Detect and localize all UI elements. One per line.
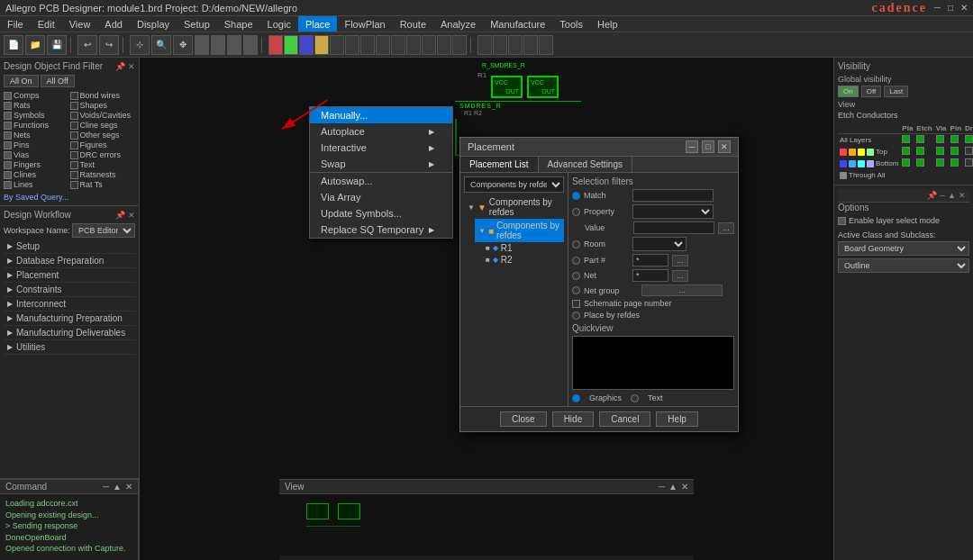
sf-room-radio[interactable] xyxy=(572,240,580,248)
tb-zoom[interactable]: 🔍 xyxy=(151,35,171,55)
sf-part-btn[interactable]: … xyxy=(672,255,688,266)
active-class-select[interactable]: Board Geometry xyxy=(838,241,969,256)
tb-c3[interactable] xyxy=(299,35,314,55)
sf-schematic-cb[interactable] xyxy=(572,300,580,308)
menu-analyze[interactable]: Analyze xyxy=(433,16,483,32)
filter-clinesegs[interactable]: Cline segs xyxy=(70,121,136,130)
menu-file[interactable]: File xyxy=(0,16,31,32)
active-subclass-select[interactable]: Outline xyxy=(838,258,969,273)
workflow-mfg-prep[interactable]: ▶Manufacturing Preparation xyxy=(4,312,135,326)
tb-c2[interactable] xyxy=(284,35,298,55)
menu-route[interactable]: Route xyxy=(393,16,433,32)
filter-shapes[interactable]: Shapes xyxy=(70,101,136,110)
options-expand[interactable]: ▲ xyxy=(948,191,956,200)
tb-undo[interactable]: ↩ xyxy=(77,35,97,55)
close-btn[interactable]: ✕ xyxy=(960,3,968,13)
dialog-minimize[interactable]: ─ xyxy=(686,140,698,153)
top-via-cb[interactable] xyxy=(936,147,944,155)
close-button[interactable]: Close xyxy=(500,411,547,427)
filter-text[interactable]: Text xyxy=(70,160,136,169)
filter-fingers[interactable]: Fingers xyxy=(4,160,69,169)
filter-drcerrors[interactable]: DRC errors xyxy=(70,150,136,159)
tb-c13[interactable] xyxy=(452,35,467,55)
dd-replace-sq[interactable]: Replace SQ Temporary ▶ xyxy=(310,221,452,238)
bot-via-cb[interactable] xyxy=(936,158,944,167)
sf-match-input[interactable] xyxy=(632,189,714,202)
cmd-minimize[interactable]: ─ xyxy=(103,482,109,492)
tb-c8[interactable] xyxy=(376,35,390,55)
tb-b3[interactable] xyxy=(227,35,241,55)
tb-d3[interactable] xyxy=(508,35,523,55)
hide-button[interactable]: Hide xyxy=(552,411,595,427)
maximize-btn[interactable]: □ xyxy=(948,3,953,13)
sf-value-btn[interactable]: … xyxy=(718,222,734,234)
menu-help[interactable]: Help xyxy=(590,16,625,32)
tb-open[interactable]: 📁 xyxy=(25,35,45,55)
workflow-setup[interactable]: ▶Setup xyxy=(4,239,135,254)
bot-pla-cb[interactable] xyxy=(902,158,910,167)
tab-advanced-settings[interactable]: Advanced Settings xyxy=(539,157,632,172)
canvas-area[interactable]: R_SMDRES_R R1 VCC OUT VCC OUT SMDRES_R R… xyxy=(140,58,833,560)
menu-view[interactable]: View xyxy=(62,16,98,32)
filter-ratts[interactable]: Rat Ts xyxy=(70,180,136,189)
tb-c10[interactable] xyxy=(406,35,421,55)
filter-bondwires[interactable]: Bond wires xyxy=(70,91,136,100)
cancel-button[interactable]: Cancel xyxy=(599,411,650,427)
options-minimize[interactable]: ─ xyxy=(940,191,945,200)
tb-c1[interactable] xyxy=(268,35,283,55)
tb-d5[interactable] xyxy=(539,35,553,55)
view-expand[interactable]: ▲ xyxy=(668,482,677,492)
dd-swap[interactable]: Swap ▶ xyxy=(310,156,452,172)
sf-part-input[interactable] xyxy=(632,254,668,266)
tb-save[interactable]: 💾 xyxy=(47,35,67,55)
filter-comps[interactable]: Comps xyxy=(4,91,69,100)
minimize-btn[interactable]: ─ xyxy=(934,3,941,13)
tb-redo[interactable]: ↪ xyxy=(99,35,119,55)
tree-root[interactable]: ▼ ▼ Components by refdes xyxy=(464,195,564,219)
menu-display[interactable]: Display xyxy=(130,16,177,32)
menu-setup[interactable]: Setup xyxy=(177,16,217,32)
sf-property-select[interactable] xyxy=(632,204,714,219)
filter-pins[interactable]: Pins xyxy=(4,140,69,149)
dd-via-array[interactable]: Via Array xyxy=(310,189,452,205)
menu-manufacture[interactable]: Manufacture xyxy=(483,16,552,32)
view-close[interactable]: ✕ xyxy=(681,482,688,492)
tb-c7[interactable] xyxy=(360,35,375,55)
dd-manually[interactable]: Manually... xyxy=(310,107,452,123)
bot-etch-cb[interactable] xyxy=(916,158,924,167)
sf-placebyrefdes-radio[interactable] xyxy=(572,312,580,320)
workflow-mfg-del[interactable]: ▶Manufacturing Deliverables xyxy=(4,326,135,340)
all-via-cb[interactable] xyxy=(936,135,944,143)
sf-net-btn[interactable]: … xyxy=(672,270,688,282)
cmd-close[interactable]: ✕ xyxy=(125,482,132,492)
dd-interactive[interactable]: Interactive ▶ xyxy=(310,140,452,156)
tb-b4[interactable] xyxy=(243,35,258,55)
tb-b1[interactable] xyxy=(195,35,209,55)
workspace-select[interactable]: PCB Editor xyxy=(72,223,135,238)
sf-netgroup-btn[interactable]: … xyxy=(641,285,723,296)
sf-room-select[interactable] xyxy=(632,237,687,251)
sf-net-input[interactable] xyxy=(632,269,668,282)
filter-othersegs[interactable]: Other segs xyxy=(70,131,136,140)
filter-rats[interactable]: Rats xyxy=(4,101,69,110)
tb-new[interactable]: 📄 xyxy=(4,35,23,55)
filter-voids[interactable]: Voids/Cavities xyxy=(70,111,136,120)
all-etch-cb[interactable] xyxy=(916,135,924,143)
workflow-pin[interactable]: 📌 xyxy=(115,211,125,220)
filter-symbols[interactable]: Symbols xyxy=(4,111,69,120)
dd-update-symbols[interactable]: Update Symbols... xyxy=(310,205,452,221)
top-etch-cb[interactable] xyxy=(916,147,924,155)
menu-edit[interactable]: Edit xyxy=(31,16,62,32)
all-drc-cb[interactable] xyxy=(965,135,973,143)
tb-c9[interactable] xyxy=(391,35,405,55)
tree-components-by-refdes[interactable]: ▼ ■ Components by refdes xyxy=(475,219,564,242)
bot-pin-cb[interactable] xyxy=(950,158,959,167)
workflow-placement[interactable]: ▶Placement xyxy=(4,268,135,283)
workflow-utilities[interactable]: ▶Utilities xyxy=(4,340,135,355)
vis-on-btn[interactable]: On xyxy=(838,86,859,97)
menu-add[interactable]: Add xyxy=(97,16,130,32)
tb-c12[interactable] xyxy=(437,35,451,55)
tb-b2[interactable] xyxy=(211,35,225,55)
menu-tools[interactable]: Tools xyxy=(552,16,590,32)
find-filter-pin[interactable]: 📌 xyxy=(115,62,125,71)
